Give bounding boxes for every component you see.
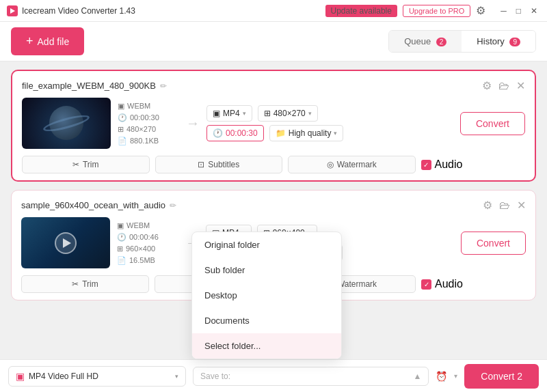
audio-checkbox-2[interactable]: ✓	[421, 279, 431, 290]
dropdown-item-desktop[interactable]: Desktop	[192, 283, 341, 308]
video-thumbnail-2	[21, 217, 110, 268]
meta-format-1: ▣ WEBM	[118, 102, 179, 111]
card-actions-1: ⚙ 🗁 ✕	[482, 79, 525, 92]
dropdown-item-select-folder[interactable]: Select folder...	[192, 333, 341, 359]
arrow-icon-1: →	[186, 115, 200, 131]
dropdown-item-documents[interactable]: Documents	[192, 308, 341, 333]
file-meta-1: ▣ WEBM 🕐 00:00:30 ⊞ 480×270 📄 880.1KB	[118, 102, 179, 145]
output-row-time-quality-1: 🕐 00:00:30 📁 High quality ▾	[206, 125, 343, 141]
save-to-placeholder: Save to:	[200, 372, 230, 381]
edit-icon-2[interactable]: ✏	[170, 201, 176, 210]
audio-label-1: Audio	[435, 158, 463, 171]
meta-resolution-1: ⊞ 480×270	[118, 125, 179, 134]
res-icon-1: ⊞	[118, 125, 124, 134]
close-icon-1[interactable]: ✕	[516, 79, 525, 92]
play-triangle-2	[63, 238, 71, 248]
settings-icon-2[interactable]: ⚙	[483, 199, 492, 212]
output-quality-select-1[interactable]: 📁 High quality ▾	[269, 125, 344, 141]
main-convert-button[interactable]: Convert 2	[464, 364, 539, 389]
subtitles-icon-1: ⊡	[198, 160, 204, 169]
dropdown-label-documents: Documents	[204, 316, 250, 326]
dropdown-label-desktop: Desktop	[204, 290, 237, 300]
output-duration-select-1[interactable]: 🕐 00:00:30	[206, 125, 264, 141]
input-duration-2: 00:00:46	[129, 233, 159, 241]
card-body-1: ▣ WEBM 🕐 00:00:30 ⊞ 480×270 📄 880.1KB →	[22, 98, 525, 149]
meta-format-2: ▣ WEBM	[117, 221, 178, 230]
output-format-select-1[interactable]: ▣ MP4 ▾	[206, 105, 252, 122]
input-size-2: 16.5MB	[129, 256, 155, 264]
card-header-1: file_example_WEBM_480_900KB ✏ ⚙ 🗁 ✕	[22, 79, 525, 92]
format-select-chevron: ▾	[175, 373, 178, 380]
video-thumbnail-1	[22, 98, 111, 149]
format-select-label: MP4 Video Full HD	[29, 372, 98, 381]
maximize-button[interactable]: □	[513, 6, 524, 16]
audio-label-2: Audio	[435, 278, 463, 290]
subtitles-button-1[interactable]: ⊡ Subtitles	[155, 156, 283, 173]
output-resolution-select-1[interactable]: ⊞ 480×270 ▾	[258, 105, 318, 122]
minimize-button[interactable]: ─	[498, 6, 509, 16]
folder-icon-1[interactable]: 🗁	[498, 80, 509, 92]
subtitles-label-1: Subtitles	[208, 160, 239, 169]
meta-duration-1: 🕐 00:00:30	[118, 113, 179, 122]
card-header-2: sample_960x400_ocean_with_audio ✏ ⚙ 🗁 ✕	[21, 199, 526, 212]
save-to-dropdown: Original folder Sub folder Desktop Docum…	[191, 232, 342, 359]
format-icon-2: ▣	[117, 221, 124, 230]
settings-icon-1[interactable]: ⚙	[482, 79, 492, 92]
trim-button-1[interactable]: ✂ Trim	[22, 156, 150, 173]
app-icon	[7, 5, 18, 16]
trim-button-2[interactable]: ✂ Trim	[21, 275, 149, 293]
output-res-icon-1: ⊞	[264, 109, 271, 118]
trim-icon-1: ✂	[72, 160, 79, 169]
dropdown-item-original-folder[interactable]: Original folder	[192, 232, 341, 257]
output-format-1: MP4	[223, 109, 240, 118]
audio-checkbox-1[interactable]: ✓	[421, 160, 431, 170]
watermark-label-1: Watermark	[337, 160, 377, 169]
edit-icon-1[interactable]: ✏	[160, 81, 167, 91]
tab-group: Queue 2 History 9	[388, 30, 536, 53]
meta-size-2: 📄 16.5MB	[117, 256, 178, 265]
settings-icon[interactable]: ⚙	[476, 4, 485, 17]
meta-size-1: 📄 880.1KB	[118, 137, 179, 145]
close-icon-2[interactable]: ✕	[517, 199, 526, 212]
audio-toggle-2[interactable]: ✓ Audio	[421, 275, 526, 293]
convert-button-1[interactable]: Convert	[460, 112, 525, 135]
tab-queue[interactable]: Queue 2	[389, 31, 462, 52]
input-resolution-1: 480×270	[126, 125, 156, 133]
input-size-1: 880.1KB	[130, 137, 159, 145]
tab-queue-label: Queue	[404, 36, 431, 46]
filename-text-1: file_example_WEBM_480_900KB	[22, 81, 156, 91]
trim-label-1: Trim	[83, 160, 99, 169]
dropdown-label-original-folder: Original folder	[204, 240, 260, 250]
trim-label-2: Trim	[82, 279, 98, 289]
update-badge[interactable]: Update available	[325, 5, 397, 17]
title-bar: Icecream Video Converter 1.43 Update ava…	[0, 0, 547, 22]
tab-history[interactable]: History 9	[462, 31, 535, 52]
titlebar-right: Update available Upgrade to PRO ⚙ ─ □ ✕	[325, 4, 541, 17]
bottom-bar: ▣ MP4 Video Full HD ▾ Save to: ▲ ⏰ ▾ Con…	[0, 359, 547, 392]
upgrade-button[interactable]: Upgrade to PRO	[403, 5, 470, 17]
dropdown-item-sub-folder[interactable]: Sub folder	[192, 257, 341, 283]
alarm-icon[interactable]: ⏰	[436, 371, 447, 382]
queue-badge: 2	[436, 38, 447, 46]
audio-toggle-1[interactable]: ✓ Audio	[421, 156, 526, 173]
format-chevron-1: ▾	[243, 110, 246, 117]
input-format-1: WEBM	[127, 102, 150, 110]
dropdown-label-sub-folder: Sub folder	[204, 265, 245, 275]
close-button[interactable]: ✕	[528, 6, 540, 16]
format-icon-1: ▣	[118, 102, 124, 111]
save-to-chevron: ▲	[413, 372, 421, 381]
convert-button-2[interactable]: Convert	[461, 232, 526, 255]
save-to-field[interactable]: Save to: ▲	[193, 367, 429, 386]
watermark-button-1[interactable]: ◎ Watermark	[288, 156, 416, 173]
play-button-2[interactable]	[55, 232, 77, 254]
output-format-selector[interactable]: ▣ MP4 Video Full HD ▾	[8, 366, 186, 387]
tab-history-label: History	[477, 36, 504, 46]
format-select-icon: ▣	[16, 371, 25, 382]
alarm-chevron[interactable]: ▾	[454, 372, 457, 380]
dropdown-label-select-folder: Select folder...	[204, 341, 261, 351]
add-file-button[interactable]: + Add file	[11, 27, 84, 55]
folder-out-icon-1: 📁	[276, 128, 286, 138]
filename-1: file_example_WEBM_480_900KB ✏	[22, 81, 167, 91]
input-format-2: WEBM	[126, 221, 150, 229]
folder-icon-2[interactable]: 🗁	[499, 199, 510, 212]
